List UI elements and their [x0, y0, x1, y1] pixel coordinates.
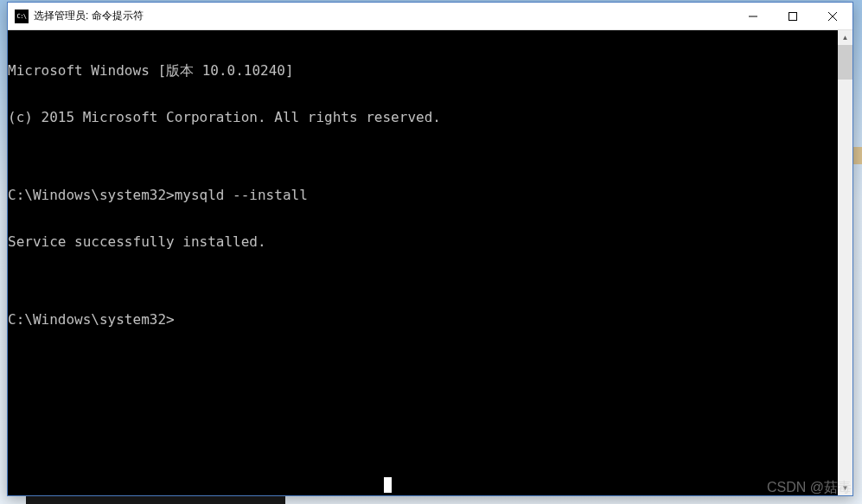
- command-prompt-window: C:\ 选择管理员: 命令提示符 Microsoft Windows [版本 1…: [7, 2, 853, 496]
- console-line: C:\Windows\system32>mysqld --install: [8, 188, 838, 203]
- close-button[interactable]: [813, 3, 852, 29]
- scroll-down-arrow-icon[interactable]: ▼: [838, 481, 852, 495]
- console-area: Microsoft Windows [版本 10.0.10240] (c) 20…: [8, 30, 852, 495]
- text-cursor: [384, 477, 392, 493]
- titlebar[interactable]: C:\ 选择管理员: 命令提示符: [8, 3, 852, 30]
- cmd-icon: C:\: [15, 10, 29, 23]
- minimize-button[interactable]: [733, 3, 773, 29]
- console-line: (c) 2015 Microsoft Corporation. All righ…: [8, 110, 838, 125]
- console-line: Service successfully installed.: [8, 234, 838, 250]
- vertical-scrollbar[interactable]: ▲ ▼: [838, 30, 852, 495]
- scroll-up-arrow-icon[interactable]: ▲: [838, 30, 852, 45]
- window-controls: [733, 3, 852, 29]
- window-title: 选择管理员: 命令提示符: [34, 9, 733, 23]
- scrollbar-thumb[interactable]: [838, 45, 852, 80]
- console-line: Microsoft Windows [版本 10.0.10240]: [8, 63, 838, 79]
- scrollbar-track[interactable]: [838, 45, 852, 481]
- background-taskbar-fragment: [26, 495, 285, 504]
- svg-rect-1: [789, 12, 797, 20]
- maximize-button[interactable]: [773, 3, 813, 29]
- console-output[interactable]: Microsoft Windows [版本 10.0.10240] (c) 20…: [8, 30, 838, 495]
- background-fragment: [853, 147, 862, 164]
- console-line: C:\Windows\system32>: [8, 312, 838, 328]
